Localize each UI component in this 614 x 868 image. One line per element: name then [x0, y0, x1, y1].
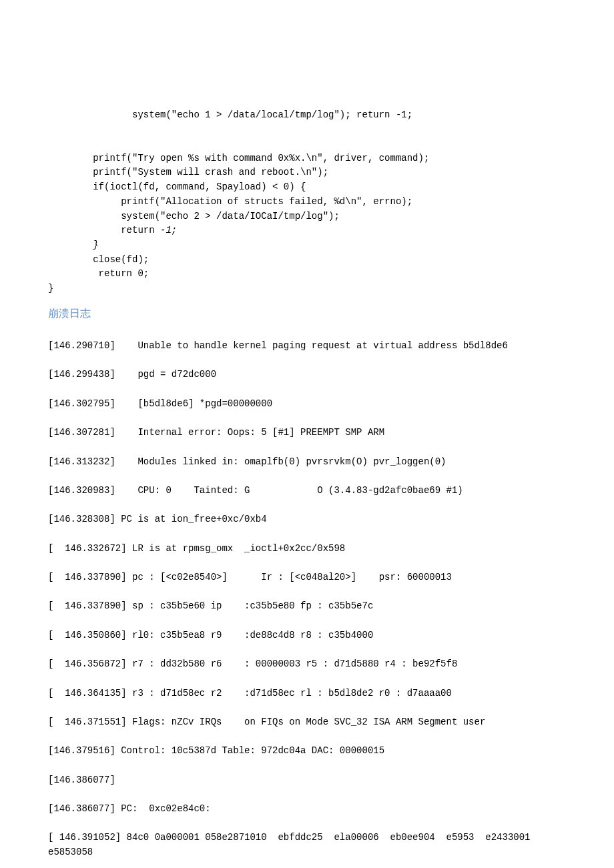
code-line: printf("Try open %s with command 0x%x.\n… [48, 153, 429, 163]
log-line: [146.328308] PC is at ion_free+0xc/0xb4 [48, 512, 566, 527]
log-line: [146.320983] CPU: 0 Tainted: G O (3.4.83… [48, 484, 566, 498]
log-line: [ 146.337890] sp : c35b5e60 ip :c35b5e80… [48, 599, 566, 614]
crash-log-heading: 崩溃日志 [48, 306, 566, 322]
code-line: system("echo 1 > /data/local/tmp/log"); … [48, 109, 412, 120]
log-line: [ 146.391052] 84c0 0a000001 058e2871010 … [48, 831, 566, 859]
log-line: [ 146.364135] r3 : d71d58ec r2 :d71d58ec… [48, 687, 566, 701]
code-line: return -1; [48, 225, 177, 236]
code-line: return 0; [48, 268, 149, 279]
log-line: [146.379516] Control: 10c5387d Table: 97… [48, 744, 566, 759]
document-page: system("echo 1 > /data/local/tmp/log"); … [0, 0, 614, 868]
log-line: [146.313232] Modules linked in: omaplfb(… [48, 455, 566, 470]
log-line: [146.386077] [48, 773, 566, 788]
crash-log: [146.290710] Unable to handle kernel pag… [48, 324, 566, 868]
code-line: printf("Allocation of structs failed, %d… [48, 196, 412, 207]
log-line: [ 146.337890] pc : [<c02e8540>] Ir : [<c… [48, 570, 566, 585]
code-snippet: system("echo 1 > /data/local/tmp/log"); … [48, 93, 566, 296]
log-line: [146.386077] PC: 0xc02e84c0: [48, 802, 566, 817]
code-line: } [48, 283, 53, 294]
code-line: close(fd); [48, 254, 149, 265]
log-line: [146.307281] Internal error: Oops: 5 [#1… [48, 426, 566, 440]
log-line: [146.302795] [b5dl8de6] *pgd=00000000 [48, 397, 566, 412]
code-line: printf("System will crash and reboot.\n"… [48, 167, 328, 177]
code-line: } [48, 240, 99, 250]
log-line: [146.290710] Unable to handle kernel pag… [48, 339, 566, 354]
code-line: if(ioctl(fd, command, Spayload) < 0) { [48, 181, 306, 192]
log-line: [ 146.356872] r7 : dd32b580 r6 : 0000000… [48, 657, 566, 672]
log-line: [ 146.350860] rl0: c35b5ea8 r9 :de88c4d8… [48, 628, 566, 643]
log-line: [ 146.371551] Flags: nZCv IRQs on FIQs o… [48, 715, 566, 730]
log-line: [146.299438] pgd = d72dc000 [48, 368, 566, 382]
code-line: system("echo 2 > /data/IOCaI/tmp/log"); [48, 211, 340, 222]
log-line: [ 146.332672] LR is at rpmsg_omx _ioctl+… [48, 542, 566, 556]
